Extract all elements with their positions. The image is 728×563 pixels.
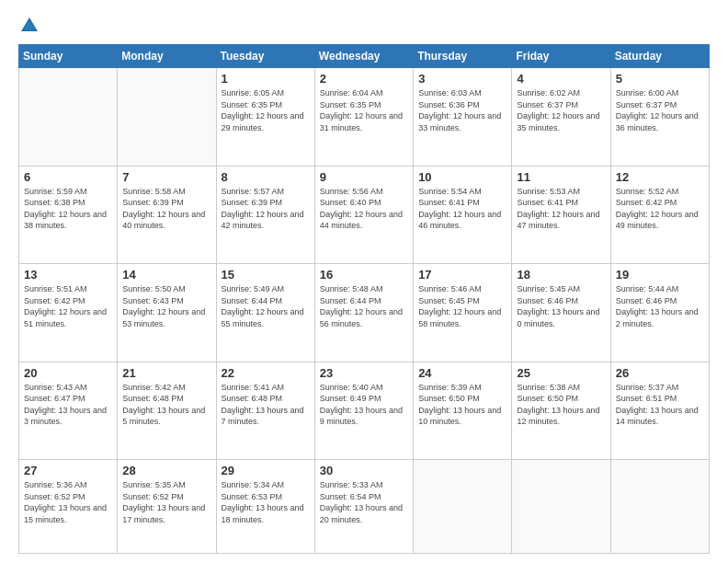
day-detail: Sunrise: 5:49 AMSunset: 6:44 PMDaylight:… xyxy=(222,284,304,328)
day-number: 10 xyxy=(418,170,506,184)
day-number: 25 xyxy=(517,366,605,380)
day-number: 6 xyxy=(24,170,112,184)
logo xyxy=(18,15,44,37)
calendar-cell: 5Sunrise: 6:00 AMSunset: 6:37 PMDaylight… xyxy=(610,68,709,167)
day-number: 28 xyxy=(122,464,210,477)
day-number: 7 xyxy=(122,170,210,184)
calendar-cell: 19Sunrise: 5:44 AMSunset: 6:46 PMDayligh… xyxy=(610,264,709,362)
day-number: 1 xyxy=(222,72,310,86)
day-detail: Sunrise: 5:41 AMSunset: 6:48 PMDaylight:… xyxy=(222,383,304,427)
day-number: 29 xyxy=(222,464,310,477)
day-header-thursday: Thursday xyxy=(414,45,512,68)
day-number: 9 xyxy=(320,170,408,184)
day-detail: Sunrise: 5:48 AMSunset: 6:44 PMDaylight:… xyxy=(320,284,403,328)
calendar-cell: 7Sunrise: 5:58 AMSunset: 6:39 PMDaylight… xyxy=(118,166,216,264)
calendar-cell: 16Sunrise: 5:48 AMSunset: 6:44 PMDayligh… xyxy=(314,264,413,362)
svg-marker-1 xyxy=(23,20,36,30)
calendar-cell xyxy=(610,460,709,554)
calendar-cell xyxy=(414,460,512,554)
calendar-cell: 8Sunrise: 5:57 AMSunset: 6:39 PMDaylight… xyxy=(216,166,314,264)
calendar-cell xyxy=(118,68,216,167)
day-number: 20 xyxy=(24,366,112,380)
day-number: 30 xyxy=(320,464,408,477)
day-number: 18 xyxy=(517,268,605,282)
calendar-cell: 4Sunrise: 6:02 AMSunset: 6:37 PMDaylight… xyxy=(512,68,610,167)
calendar-cell: 23Sunrise: 5:40 AMSunset: 6:49 PMDayligh… xyxy=(314,362,413,460)
header xyxy=(18,15,710,37)
day-number: 4 xyxy=(517,72,605,86)
calendar-cell: 25Sunrise: 5:38 AMSunset: 6:50 PMDayligh… xyxy=(512,362,610,460)
calendar-cell: 18Sunrise: 5:45 AMSunset: 6:46 PMDayligh… xyxy=(512,264,610,362)
day-number: 27 xyxy=(24,464,112,477)
calendar-table: SundayMondayTuesdayWednesdayThursdayFrid… xyxy=(18,44,710,554)
day-number: 23 xyxy=(320,366,408,380)
day-header-saturday: Saturday xyxy=(610,45,709,68)
calendar-body: 1Sunrise: 6:05 AMSunset: 6:35 PMDaylight… xyxy=(19,68,710,554)
day-header-wednesday: Wednesday xyxy=(314,45,413,68)
day-detail: Sunrise: 5:57 AMSunset: 6:39 PMDaylight:… xyxy=(222,187,304,231)
day-number: 15 xyxy=(222,268,310,282)
day-detail: Sunrise: 6:03 AMSunset: 6:36 PMDaylight:… xyxy=(418,88,501,132)
day-detail: Sunrise: 5:37 AMSunset: 6:51 PMDaylight:… xyxy=(616,383,699,427)
day-number: 17 xyxy=(418,268,506,282)
calendar-cell: 29Sunrise: 5:34 AMSunset: 6:53 PMDayligh… xyxy=(216,460,314,554)
calendar-cell: 24Sunrise: 5:39 AMSunset: 6:50 PMDayligh… xyxy=(414,362,512,460)
calendar-cell: 26Sunrise: 5:37 AMSunset: 6:51 PMDayligh… xyxy=(610,362,709,460)
day-detail: Sunrise: 5:42 AMSunset: 6:48 PMDaylight:… xyxy=(122,383,205,427)
day-detail: Sunrise: 6:05 AMSunset: 6:35 PMDaylight:… xyxy=(222,88,304,132)
day-detail: Sunrise: 5:38 AMSunset: 6:50 PMDaylight:… xyxy=(517,383,599,427)
day-number: 14 xyxy=(122,268,210,282)
calendar-cell: 21Sunrise: 5:42 AMSunset: 6:48 PMDayligh… xyxy=(118,362,216,460)
day-number: 19 xyxy=(616,268,704,282)
day-header-sunday: Sunday xyxy=(19,45,118,68)
week-row-4: 20Sunrise: 5:43 AMSunset: 6:47 PMDayligh… xyxy=(19,362,710,460)
day-number: 21 xyxy=(122,366,210,380)
day-header-friday: Friday xyxy=(512,45,610,68)
week-row-2: 6Sunrise: 5:59 AMSunset: 6:38 PMDaylight… xyxy=(19,166,710,264)
day-detail: Sunrise: 5:52 AMSunset: 6:42 PMDaylight:… xyxy=(616,187,699,231)
day-number: 13 xyxy=(24,268,112,282)
calendar-cell xyxy=(512,460,610,554)
day-detail: Sunrise: 5:53 AMSunset: 6:41 PMDaylight:… xyxy=(517,187,599,231)
calendar-cell: 22Sunrise: 5:41 AMSunset: 6:48 PMDayligh… xyxy=(216,362,314,460)
day-number: 16 xyxy=(320,268,408,282)
day-detail: Sunrise: 6:04 AMSunset: 6:35 PMDaylight:… xyxy=(320,88,403,132)
calendar-cell: 2Sunrise: 6:04 AMSunset: 6:35 PMDaylight… xyxy=(314,68,413,167)
day-detail: Sunrise: 5:34 AMSunset: 6:53 PMDaylight:… xyxy=(222,480,304,524)
day-header-tuesday: Tuesday xyxy=(216,45,314,68)
day-number: 22 xyxy=(222,366,310,380)
day-detail: Sunrise: 5:44 AMSunset: 6:46 PMDaylight:… xyxy=(616,284,699,328)
calendar-header: SundayMondayTuesdayWednesdayThursdayFrid… xyxy=(19,45,710,68)
calendar-cell: 12Sunrise: 5:52 AMSunset: 6:42 PMDayligh… xyxy=(610,166,709,264)
calendar-cell: 20Sunrise: 5:43 AMSunset: 6:47 PMDayligh… xyxy=(19,362,118,460)
day-detail: Sunrise: 5:50 AMSunset: 6:43 PMDaylight:… xyxy=(122,284,205,328)
calendar-cell: 15Sunrise: 5:49 AMSunset: 6:44 PMDayligh… xyxy=(216,264,314,362)
day-detail: Sunrise: 5:43 AMSunset: 6:47 PMDaylight:… xyxy=(24,383,107,427)
day-detail: Sunrise: 5:39 AMSunset: 6:50 PMDaylight:… xyxy=(418,383,501,427)
day-header-monday: Monday xyxy=(118,45,216,68)
day-detail: Sunrise: 5:59 AMSunset: 6:38 PMDaylight:… xyxy=(24,187,107,231)
calendar-cell: 1Sunrise: 6:05 AMSunset: 6:35 PMDaylight… xyxy=(216,68,314,167)
day-detail: Sunrise: 5:51 AMSunset: 6:42 PMDaylight:… xyxy=(24,284,107,328)
week-row-5: 27Sunrise: 5:36 AMSunset: 6:52 PMDayligh… xyxy=(19,460,710,554)
calendar-cell: 6Sunrise: 5:59 AMSunset: 6:38 PMDaylight… xyxy=(19,166,118,264)
day-detail: Sunrise: 5:54 AMSunset: 6:41 PMDaylight:… xyxy=(418,187,501,231)
calendar-cell: 28Sunrise: 5:35 AMSunset: 6:52 PMDayligh… xyxy=(118,460,216,554)
week-row-1: 1Sunrise: 6:05 AMSunset: 6:35 PMDaylight… xyxy=(19,68,710,167)
day-number: 2 xyxy=(320,72,408,86)
day-detail: Sunrise: 6:00 AMSunset: 6:37 PMDaylight:… xyxy=(616,88,699,132)
week-row-3: 13Sunrise: 5:51 AMSunset: 6:42 PMDayligh… xyxy=(19,264,710,362)
calendar-cell: 11Sunrise: 5:53 AMSunset: 6:41 PMDayligh… xyxy=(512,166,610,264)
logo-icon xyxy=(18,15,40,37)
header-row: SundayMondayTuesdayWednesdayThursdayFrid… xyxy=(19,45,710,68)
day-number: 11 xyxy=(517,170,605,184)
day-detail: Sunrise: 5:35 AMSunset: 6:52 PMDaylight:… xyxy=(122,480,205,524)
calendar-cell: 14Sunrise: 5:50 AMSunset: 6:43 PMDayligh… xyxy=(118,264,216,362)
day-number: 5 xyxy=(616,72,704,86)
day-detail: Sunrise: 5:46 AMSunset: 6:45 PMDaylight:… xyxy=(418,284,501,328)
calendar-cell: 3Sunrise: 6:03 AMSunset: 6:36 PMDaylight… xyxy=(414,68,512,167)
page: SundayMondayTuesdayWednesdayThursdayFrid… xyxy=(0,0,728,563)
calendar-cell: 9Sunrise: 5:56 AMSunset: 6:40 PMDaylight… xyxy=(314,166,413,264)
day-detail: Sunrise: 5:58 AMSunset: 6:39 PMDaylight:… xyxy=(122,187,205,231)
calendar-cell: 17Sunrise: 5:46 AMSunset: 6:45 PMDayligh… xyxy=(414,264,512,362)
